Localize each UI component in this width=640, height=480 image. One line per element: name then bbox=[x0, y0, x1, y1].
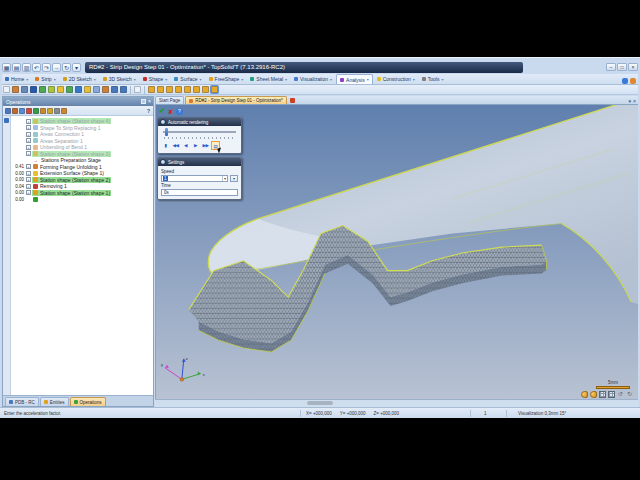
expander-icon[interactable]: + bbox=[26, 125, 31, 130]
operations-toolbar-icon-2[interactable] bbox=[19, 108, 25, 114]
slider-thumb[interactable] bbox=[165, 128, 168, 136]
pin-icon[interactable] bbox=[141, 99, 146, 104]
rotate-left-icon[interactable]: ↺ bbox=[617, 391, 624, 398]
chevron-down-icon[interactable]: ▾ bbox=[94, 77, 96, 82]
key-icon-2[interactable] bbox=[590, 391, 597, 398]
redo-icon[interactable]: ↷ bbox=[42, 63, 51, 72]
time-field[interactable]: 0s bbox=[161, 189, 238, 196]
tab-home[interactable]: Home▾ bbox=[2, 74, 31, 84]
step-back-button[interactable]: ◀ bbox=[181, 141, 190, 150]
help-icon[interactable]: ? bbox=[147, 108, 150, 114]
expander-icon[interactable]: + bbox=[26, 184, 31, 189]
grid-icon-1[interactable] bbox=[599, 391, 606, 398]
analysis-icon-4[interactable] bbox=[175, 86, 182, 93]
analysis-icon-7[interactable] bbox=[202, 86, 209, 93]
cancel-button[interactable]: ✘ bbox=[168, 108, 173, 115]
strip-icon-2[interactable] bbox=[30, 86, 37, 93]
expander-icon[interactable]: + bbox=[26, 151, 31, 156]
viewport-3d[interactable]: x y z ✔ ✘ ? bbox=[155, 105, 638, 399]
die-icon-1[interactable] bbox=[75, 86, 82, 93]
chevron-down-icon[interactable]: ▾ bbox=[134, 77, 136, 82]
grid-icon-1[interactable] bbox=[111, 86, 118, 93]
visualization-setting[interactable]: Visualization 0,3mm 15° bbox=[518, 411, 566, 416]
preview-icon[interactable] bbox=[93, 86, 100, 93]
operations-toolbar-icon-0[interactable] bbox=[5, 108, 11, 114]
chevron-down-icon[interactable]: ▾ bbox=[165, 77, 167, 82]
minimize-button[interactable]: – bbox=[606, 63, 616, 71]
pointer-icon[interactable] bbox=[12, 86, 19, 93]
undo-icon[interactable]: ↶ bbox=[32, 63, 41, 72]
tab-visualization[interactable]: Visualization▾ bbox=[291, 74, 335, 84]
operations-toolbar-icon-6[interactable] bbox=[47, 108, 53, 114]
strip-icon-1[interactable] bbox=[21, 86, 28, 93]
analysis-icon-5[interactable] bbox=[184, 86, 191, 93]
operations-toolbar-icon-1[interactable] bbox=[12, 108, 18, 114]
analysis-icon-1[interactable] bbox=[148, 86, 155, 93]
tab-2d-sketch[interactable]: 2D Sketch▾ bbox=[60, 74, 99, 84]
punch-icon-3[interactable] bbox=[57, 86, 64, 93]
expander-icon[interactable]: + bbox=[26, 164, 31, 169]
tree-filter-icon[interactable] bbox=[4, 118, 9, 123]
capture-button[interactable]: ▤ bbox=[211, 141, 220, 150]
close-document-icon[interactable]: × bbox=[633, 98, 636, 104]
tab-sheet-metal[interactable]: Sheet Metal▾ bbox=[247, 74, 290, 84]
speed-combobox[interactable]: 1 ▾ bbox=[161, 175, 228, 182]
punch-icon-2[interactable] bbox=[48, 86, 55, 93]
expander-icon[interactable]: + bbox=[26, 132, 31, 137]
expander-icon[interactable]: + bbox=[26, 190, 31, 195]
go-to-end-button[interactable]: ▶▶ bbox=[201, 141, 210, 150]
report-icon[interactable] bbox=[134, 86, 141, 93]
rotate-right-icon[interactable]: ↻ bbox=[626, 391, 633, 398]
document-tab-rd-2-strip-design-step-01-optimization[interactable]: RD#2 - Strip Design Step 01 - Optimizati… bbox=[185, 96, 287, 104]
speed-options-button[interactable]: ▾ bbox=[230, 175, 238, 182]
save-all-icon[interactable]: ▥ bbox=[22, 63, 31, 72]
panel-tab-operations[interactable]: Operations bbox=[70, 397, 106, 406]
dialog-help-button[interactable]: ? bbox=[176, 108, 183, 115]
operations-toolbar-icon-3[interactable] bbox=[26, 108, 32, 114]
key-icon-1[interactable] bbox=[581, 391, 588, 398]
operations-toolbar-icon-5[interactable] bbox=[40, 108, 46, 114]
tab-shape[interactable]: Shape▾ bbox=[140, 74, 170, 84]
new-document-icon[interactable] bbox=[3, 86, 10, 93]
close-panel-icon[interactable]: × bbox=[148, 99, 151, 104]
chevron-down-icon[interactable]: ▾ bbox=[200, 77, 202, 82]
document-tab-start-page[interactable]: Start Page bbox=[155, 96, 184, 104]
maximize-button[interactable]: □ bbox=[617, 63, 627, 71]
chevron-down-icon[interactable]: ▾ bbox=[413, 77, 415, 82]
expander-icon[interactable]: + bbox=[26, 177, 31, 182]
customize-quick-access-icon[interactable]: ▾ bbox=[72, 63, 81, 72]
forward-icon[interactable]: → bbox=[52, 63, 61, 72]
tab-surface[interactable]: Surface▾ bbox=[171, 74, 204, 84]
minimize-ribbon-icon[interactable] bbox=[622, 78, 628, 84]
save-icon[interactable]: ▤ bbox=[12, 63, 21, 72]
refresh-icon[interactable]: ↻ bbox=[62, 63, 71, 72]
chevron-down-icon[interactable]: ▾ bbox=[222, 176, 227, 181]
analysis-icon-6[interactable] bbox=[193, 86, 200, 93]
panel-tab-entities[interactable]: Entities bbox=[40, 397, 69, 406]
tab-analysis[interactable]: Analysis▾ bbox=[336, 74, 373, 84]
chevron-down-icon[interactable]: ▾ bbox=[26, 77, 28, 82]
tab-freeshape[interactable]: FreeShape▾ bbox=[206, 74, 247, 84]
splitter-handle[interactable] bbox=[307, 401, 333, 405]
animation-icon[interactable] bbox=[211, 86, 218, 93]
operations-toolbar-icon-4[interactable] bbox=[33, 108, 39, 114]
grid-icon-2[interactable] bbox=[608, 391, 615, 398]
chevron-down-icon[interactable]: ▾ bbox=[241, 77, 243, 82]
expander-icon[interactable]: + bbox=[26, 145, 31, 150]
operations-toolbar-icon-7[interactable] bbox=[54, 108, 60, 114]
expander-icon[interactable]: + bbox=[26, 119, 31, 124]
confirm-button[interactable]: ✔ bbox=[159, 107, 165, 115]
tab-construction[interactable]: Construction▾ bbox=[374, 74, 418, 84]
expander-icon[interactable]: + bbox=[26, 171, 31, 176]
expander-icon[interactable]: + bbox=[26, 138, 31, 143]
slider-track[interactable] bbox=[163, 131, 236, 133]
tab-tools[interactable]: Tools▾ bbox=[419, 74, 447, 84]
punch-icon-1[interactable] bbox=[39, 86, 46, 93]
close-button[interactable]: × bbox=[628, 63, 638, 71]
chevron-down-icon[interactable]: ▾ bbox=[367, 77, 369, 82]
help-icon[interactable] bbox=[630, 78, 636, 84]
pause-button[interactable]: ▮ bbox=[161, 141, 170, 150]
animation-slider[interactable] bbox=[161, 128, 238, 136]
chevron-down-icon[interactable]: ▾ bbox=[330, 77, 332, 82]
tab-strip[interactable]: Strip▾ bbox=[32, 74, 58, 84]
